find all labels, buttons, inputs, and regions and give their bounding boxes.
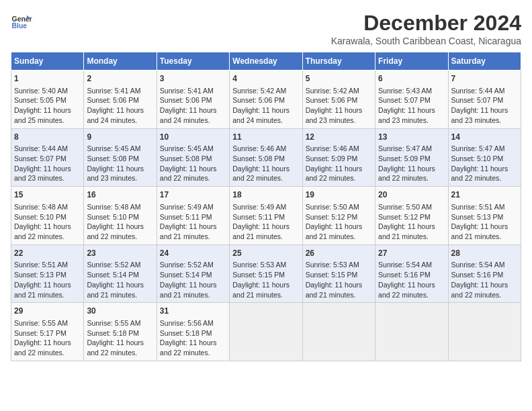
day-info: Sunrise: 5:51 AM Sunset: 5:13 PM Dayligh…	[451, 202, 518, 242]
day-info: Sunrise: 5:48 AM Sunset: 5:10 PM Dayligh…	[14, 202, 81, 242]
calendar-cell: 3Sunrise: 5:41 AM Sunset: 5:06 PM Daylig…	[157, 71, 229, 129]
day-number: 7	[451, 73, 518, 85]
day-number: 28	[451, 248, 518, 259]
day-header-tuesday: Tuesday	[157, 52, 229, 71]
day-number: 9	[87, 132, 153, 143]
day-number: 10	[160, 132, 226, 143]
day-number: 31	[160, 306, 226, 317]
day-info: Sunrise: 5:42 AM Sunset: 5:06 PM Dayligh…	[232, 86, 299, 126]
day-info: Sunrise: 5:50 AM Sunset: 5:12 PM Dayligh…	[306, 202, 372, 242]
day-info: Sunrise: 5:47 AM Sunset: 5:10 PM Dayligh…	[451, 144, 518, 183]
day-number: 25	[232, 248, 299, 259]
calendar-week-4: 22Sunrise: 5:51 AM Sunset: 5:13 PM Dayli…	[11, 244, 521, 303]
calendar-cell: 16Sunrise: 5:48 AM Sunset: 5:10 PM Dayli…	[84, 187, 157, 245]
day-number: 19	[306, 189, 372, 201]
calendar-cell: 23Sunrise: 5:52 AM Sunset: 5:14 PM Dayli…	[84, 244, 157, 303]
calendar-cell: 17Sunrise: 5:49 AM Sunset: 5:11 PM Dayli…	[157, 187, 229, 245]
day-number: 14	[451, 132, 518, 143]
day-info: Sunrise: 5:44 AM Sunset: 5:07 PM Dayligh…	[14, 144, 81, 183]
calendar-week-2: 8Sunrise: 5:44 AM Sunset: 5:07 PM Daylig…	[11, 128, 521, 187]
day-number: 6	[378, 73, 445, 85]
day-info: Sunrise: 5:41 AM Sunset: 5:06 PM Dayligh…	[160, 86, 226, 126]
calendar-cell: 11Sunrise: 5:46 AM Sunset: 5:08 PM Dayli…	[230, 128, 302, 187]
day-info: Sunrise: 5:47 AM Sunset: 5:09 PM Dayligh…	[378, 144, 445, 183]
day-number: 22	[14, 248, 81, 259]
day-info: Sunrise: 5:52 AM Sunset: 5:14 PM Dayligh…	[160, 260, 226, 300]
day-header-wednesday: Wednesday	[230, 52, 302, 71]
day-info: Sunrise: 5:54 AM Sunset: 5:16 PM Dayligh…	[451, 260, 518, 300]
calendar-week-1: 1Sunrise: 5:40 AM Sunset: 5:05 PM Daylig…	[11, 71, 521, 129]
day-number: 2	[87, 73, 153, 85]
day-number: 17	[160, 189, 226, 201]
day-number: 3	[160, 73, 226, 85]
day-info: Sunrise: 5:44 AM Sunset: 5:07 PM Dayligh…	[451, 86, 518, 126]
day-number: 11	[232, 132, 299, 143]
calendar-cell: 9Sunrise: 5:45 AM Sunset: 5:08 PM Daylig…	[84, 128, 157, 187]
calendar-cell: 29Sunrise: 5:55 AM Sunset: 5:17 PM Dayli…	[11, 303, 84, 361]
calendar-cell: 26Sunrise: 5:53 AM Sunset: 5:15 PM Dayli…	[302, 244, 375, 303]
calendar-cell: 25Sunrise: 5:53 AM Sunset: 5:15 PM Dayli…	[230, 244, 302, 303]
day-info: Sunrise: 5:51 AM Sunset: 5:13 PM Dayligh…	[14, 260, 81, 300]
day-number: 13	[378, 132, 445, 143]
day-number: 30	[87, 306, 153, 317]
main-title: December 2024	[331, 11, 521, 36]
day-info: Sunrise: 5:42 AM Sunset: 5:06 PM Dayligh…	[306, 86, 372, 126]
day-info: Sunrise: 5:40 AM Sunset: 5:05 PM Dayligh…	[14, 86, 81, 126]
day-number: 4	[232, 73, 299, 85]
subtitle: Karawala, South Caribbean Coast, Nicarag…	[331, 36, 521, 46]
calendar-cell: 31Sunrise: 5:56 AM Sunset: 5:18 PM Dayli…	[157, 303, 229, 361]
calendar-week-3: 15Sunrise: 5:48 AM Sunset: 5:10 PM Dayli…	[11, 187, 521, 245]
calendar-cell: 10Sunrise: 5:45 AM Sunset: 5:08 PM Dayli…	[157, 128, 229, 187]
day-number: 5	[306, 73, 372, 85]
logo-icon: General Blue	[11, 11, 32, 32]
day-info: Sunrise: 5:49 AM Sunset: 5:11 PM Dayligh…	[232, 202, 299, 242]
day-info: Sunrise: 5:46 AM Sunset: 5:09 PM Dayligh…	[306, 144, 372, 183]
day-number: 23	[87, 248, 153, 259]
calendar-cell: 4Sunrise: 5:42 AM Sunset: 5:06 PM Daylig…	[230, 71, 302, 129]
day-info: Sunrise: 5:53 AM Sunset: 5:15 PM Dayligh…	[232, 260, 299, 300]
day-info: Sunrise: 5:54 AM Sunset: 5:16 PM Dayligh…	[378, 260, 445, 300]
day-info: Sunrise: 5:45 AM Sunset: 5:08 PM Dayligh…	[160, 144, 226, 183]
calendar-cell: 30Sunrise: 5:55 AM Sunset: 5:18 PM Dayli…	[84, 303, 157, 361]
calendar-cell: 2Sunrise: 5:41 AM Sunset: 5:06 PM Daylig…	[84, 71, 157, 129]
calendar-cell	[448, 303, 521, 361]
calendar-cell: 13Sunrise: 5:47 AM Sunset: 5:09 PM Dayli…	[375, 128, 448, 187]
calendar-cell: 18Sunrise: 5:49 AM Sunset: 5:11 PM Dayli…	[230, 187, 302, 245]
calendar-cell: 14Sunrise: 5:47 AM Sunset: 5:10 PM Dayli…	[448, 128, 521, 187]
calendar-table: SundayMondayTuesdayWednesdayThursdayFrid…	[11, 52, 521, 361]
calendar-cell: 20Sunrise: 5:50 AM Sunset: 5:12 PM Dayli…	[375, 187, 448, 245]
day-info: Sunrise: 5:50 AM Sunset: 5:12 PM Dayligh…	[378, 202, 445, 242]
day-info: Sunrise: 5:46 AM Sunset: 5:08 PM Dayligh…	[232, 144, 299, 183]
calendar-cell: 27Sunrise: 5:54 AM Sunset: 5:16 PM Dayli…	[375, 244, 448, 303]
calendar-week-5: 29Sunrise: 5:55 AM Sunset: 5:17 PM Dayli…	[11, 303, 521, 361]
calendar-header: SundayMondayTuesdayWednesdayThursdayFrid…	[11, 52, 521, 71]
calendar-cell: 1Sunrise: 5:40 AM Sunset: 5:05 PM Daylig…	[11, 71, 84, 129]
day-number: 16	[87, 189, 153, 201]
calendar-cell	[302, 303, 375, 361]
calendar-cell: 22Sunrise: 5:51 AM Sunset: 5:13 PM Dayli…	[11, 244, 84, 303]
day-number: 29	[14, 306, 81, 317]
day-number: 1	[14, 73, 81, 85]
svg-text:Blue: Blue	[12, 22, 28, 30]
day-info: Sunrise: 5:41 AM Sunset: 5:06 PM Dayligh…	[87, 86, 153, 126]
day-number: 8	[14, 132, 81, 143]
day-info: Sunrise: 5:49 AM Sunset: 5:11 PM Dayligh…	[160, 202, 226, 242]
day-header-sunday: Sunday	[11, 52, 84, 71]
calendar-cell: 6Sunrise: 5:43 AM Sunset: 5:07 PM Daylig…	[375, 71, 448, 129]
day-number: 20	[378, 189, 445, 201]
calendar-cell: 15Sunrise: 5:48 AM Sunset: 5:10 PM Dayli…	[11, 187, 84, 245]
day-header-monday: Monday	[84, 52, 157, 71]
day-info: Sunrise: 5:45 AM Sunset: 5:08 PM Dayligh…	[87, 144, 153, 183]
day-header-friday: Friday	[375, 52, 448, 71]
day-header-saturday: Saturday	[448, 52, 521, 71]
calendar-cell: 19Sunrise: 5:50 AM Sunset: 5:12 PM Dayli…	[302, 187, 375, 245]
calendar-cell: 7Sunrise: 5:44 AM Sunset: 5:07 PM Daylig…	[448, 71, 521, 129]
day-number: 12	[306, 132, 372, 143]
day-info: Sunrise: 5:48 AM Sunset: 5:10 PM Dayligh…	[87, 202, 153, 242]
calendar-cell: 12Sunrise: 5:46 AM Sunset: 5:09 PM Dayli…	[302, 128, 375, 187]
calendar-cell	[230, 303, 302, 361]
day-number: 27	[378, 248, 445, 259]
day-number: 26	[306, 248, 372, 259]
day-info: Sunrise: 5:55 AM Sunset: 5:17 PM Dayligh…	[14, 318, 81, 358]
day-info: Sunrise: 5:43 AM Sunset: 5:07 PM Dayligh…	[378, 86, 445, 126]
